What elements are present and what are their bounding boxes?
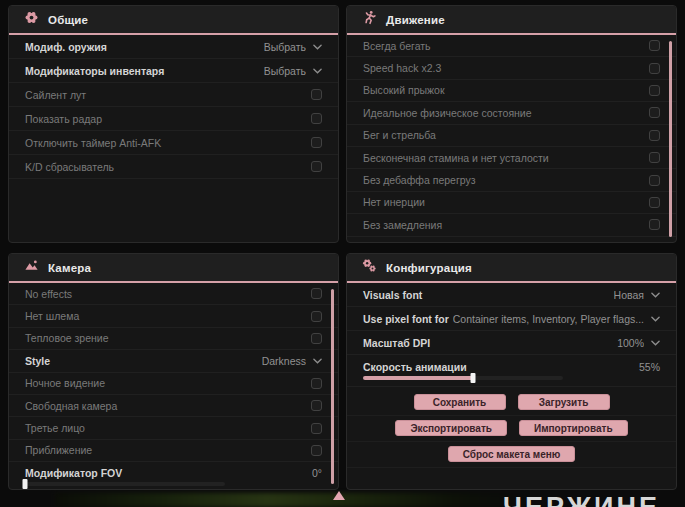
scrollbar[interactable] (669, 41, 672, 237)
dropdown[interactable]: Новая (614, 289, 660, 301)
action-button[interactable]: Загрузить (518, 394, 610, 410)
checkbox[interactable] (311, 89, 322, 100)
row-label: Свободная камера (25, 400, 117, 412)
settings-row-dropdown: Модификаторы инвентаряВыбрать (9, 59, 338, 83)
chevron-down-icon (313, 68, 322, 74)
checkbox[interactable] (311, 333, 322, 344)
settings-row-checkbox: Бег и стрельба (347, 125, 676, 147)
settings-row-checkbox: Идеальное физическое состояние (347, 102, 676, 124)
chevron-down-icon (313, 44, 322, 50)
checkbox[interactable] (311, 161, 322, 172)
slider-track[interactable] (25, 482, 225, 486)
row-label: Ночное видение (25, 377, 105, 389)
checkbox[interactable] (311, 113, 322, 124)
panel-config-header: Конфигурация (347, 254, 676, 283)
slider-thumb[interactable] (23, 479, 28, 489)
watermark-text: ЧЕРЖИНЕ (503, 492, 660, 507)
panel-title: Камера (48, 262, 91, 274)
checkbox[interactable] (311, 288, 322, 299)
image-icon (24, 258, 39, 277)
gears-icon (362, 258, 377, 277)
checkbox[interactable] (649, 85, 660, 96)
row-label: Модиф. оружия (25, 41, 107, 53)
settings-row-checkbox: Приближение (9, 440, 338, 462)
row-label: Нет инерции (363, 196, 425, 208)
action-button[interactable]: Сброс макета меню (448, 446, 576, 462)
chevron-down-icon (313, 358, 322, 364)
checkbox[interactable] (311, 378, 322, 389)
settings-row-checkbox: Сайлент лут (9, 83, 338, 107)
row-label: Модификатор FOV (25, 467, 122, 479)
row-label: No effects (25, 288, 72, 300)
scrollbar[interactable] (331, 289, 334, 484)
settings-row-dropdown: StyleDarkness (9, 350, 338, 372)
checkbox[interactable] (311, 423, 322, 434)
action-button[interactable]: Сохранить (414, 394, 506, 410)
settings-row-checkbox: Всегда бегать (347, 35, 676, 57)
checkbox[interactable] (311, 445, 322, 456)
row-label: Бег и стрельба (363, 129, 436, 141)
runner-icon (362, 10, 377, 29)
checkbox[interactable] (649, 219, 660, 230)
settings-row-dropdown: Visuals fontНовая (347, 283, 676, 307)
checkbox[interactable] (649, 152, 660, 163)
config-buttons-area: СохранитьЗагрузитьЭкспортироватьИмпортир… (347, 387, 676, 468)
dropdown[interactable]: 100% (617, 337, 660, 349)
slider-thumb[interactable] (471, 373, 476, 383)
slider-track[interactable] (363, 376, 563, 380)
settings-row-checkbox: Нет шлема (9, 305, 338, 327)
checkbox[interactable] (649, 40, 660, 51)
action-button[interactable]: Импортировать (519, 420, 628, 436)
row-label: Масштаб DPI (363, 337, 430, 349)
chevron-down-icon (651, 340, 660, 346)
checkbox[interactable] (311, 137, 322, 148)
settings-row-dropdown: Модиф. оружияВыбрать (9, 35, 338, 59)
settings-row-checkbox: Бесконечная стамина и нет усталости (347, 147, 676, 169)
panel-title: Движение (386, 14, 445, 26)
action-button[interactable]: Экспортировать (395, 420, 507, 436)
row-label: Идеальное физическое состояние (363, 107, 532, 119)
panel-camera-header: Камера (9, 254, 338, 283)
slider-value: 55% (639, 361, 660, 373)
dropdown[interactable]: Container items, Inventory, Player flags… (453, 313, 660, 325)
checkbox[interactable] (311, 311, 322, 322)
pink-cursor-triangle (333, 491, 345, 500)
settings-row-checkbox: Высокий прыжок (347, 80, 676, 102)
panel-movement: Движение Всегда бегатьSpeed hack x2.3Выс… (346, 5, 677, 243)
settings-row-checkbox: Тепловое зрение (9, 328, 338, 350)
row-label: Бесконечная стамина и нет усталости (363, 152, 549, 164)
checkbox[interactable] (649, 197, 660, 208)
checkbox[interactable] (311, 400, 322, 411)
settings-row-checkbox: Ночное видение (9, 373, 338, 395)
settings-row-checkbox: Без замедления (347, 214, 676, 236)
dropdown-value: Container items, Inventory, Player flags… (453, 313, 644, 325)
button-row: ЭкспортироватьИмпортировать (347, 416, 676, 442)
row-label: Нет шлема (25, 310, 79, 322)
row-label: Без дебаффа перегруз (363, 174, 476, 186)
row-label: Третье лицо (25, 422, 85, 434)
settings-row-slider: Скорость анимации55% (347, 355, 676, 387)
row-label: Visuals font (363, 289, 422, 301)
settings-row-checkbox: Нет инерции (347, 192, 676, 214)
row-label: Speed hack x2.3 (363, 62, 441, 74)
dropdown-value: Новая (614, 289, 644, 301)
settings-row-checkbox: Свободная камера (9, 395, 338, 417)
settings-row-checkbox: Speed hack x2.3 (347, 57, 676, 79)
checkbox[interactable] (649, 63, 660, 74)
row-label: Style (25, 355, 50, 367)
settings-row-checkbox: Третье лицо (9, 417, 338, 439)
row-label: Показать радар (25, 113, 102, 125)
dropdown[interactable]: Darkness (262, 355, 322, 367)
checkbox[interactable] (649, 175, 660, 186)
row-label: Без замедления (363, 219, 442, 231)
slider-value: 0° (312, 467, 322, 479)
panel-title: Конфигурация (386, 262, 472, 274)
row-label: Use pixel font for (363, 313, 449, 325)
dropdown[interactable]: Выбрать (264, 41, 322, 53)
checkbox[interactable] (649, 130, 660, 141)
dropdown[interactable]: Выбрать (264, 65, 322, 77)
panel-general: Общие Модиф. оружияВыбратьМодификаторы и… (8, 5, 339, 243)
settings-row-checkbox: No effects (9, 283, 338, 305)
checkbox[interactable] (649, 107, 660, 118)
settings-row-checkbox: K/D сбрасыватель (9, 155, 338, 179)
